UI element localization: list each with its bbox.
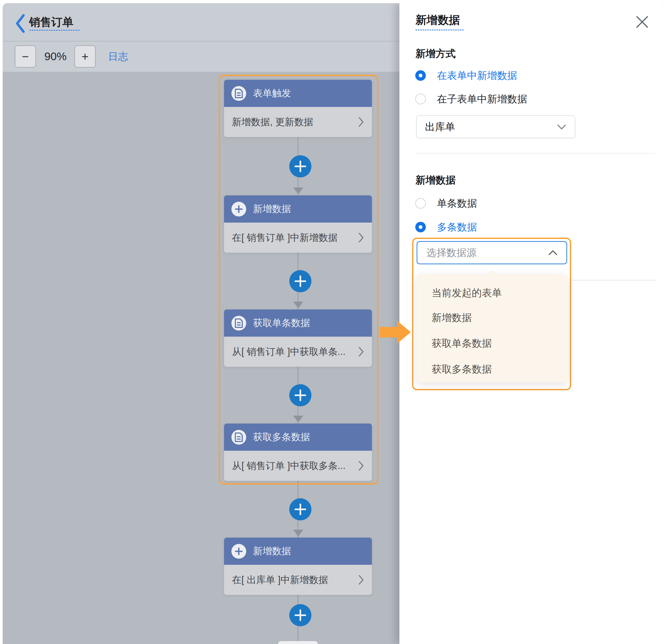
chevron-up-icon: [548, 250, 557, 255]
node-title: 获取单条数据: [253, 317, 310, 330]
node-summary[interactable]: 在[ 销售订单 ]中新增数据: [224, 222, 372, 253]
add-node-button[interactable]: [289, 498, 311, 521]
workflow-canvas[interactable]: 表单触发 新增数据, 更新数据 新增数据: [3, 72, 400, 644]
radio-unselected-icon[interactable]: [415, 94, 426, 104]
add-node-button[interactable]: [289, 155, 311, 178]
chevron-right-icon: [358, 232, 364, 243]
node-title: 表单触发: [253, 87, 291, 100]
zoom-level: 90%: [37, 45, 74, 68]
flow-end-node: [278, 641, 318, 644]
chevron-right-icon: [358, 117, 364, 127]
chevron-right-icon: [358, 346, 364, 357]
dropdown-option-get-multi[interactable]: 获取多条数据: [432, 363, 492, 376]
plus-icon: [231, 544, 246, 559]
node-summary[interactable]: 从[ 销售订单 ]中获取单条...: [224, 337, 372, 367]
form-doc-icon: [231, 86, 246, 101]
add-node-button[interactable]: [289, 384, 311, 406]
node-title: 新增数据: [253, 202, 291, 215]
node-summary[interactable]: 从[ 销售订单 ]中获取多条...: [224, 451, 372, 481]
workflow-workspace: 销售订单 − 90% + 日志: [3, 3, 400, 644]
node-add-data-2[interactable]: 新增数据 在[ 出库单 ]中新增数据: [224, 538, 372, 595]
target-form-select[interactable]: 出库单: [416, 115, 575, 138]
node-subtitle: 从[ 销售订单 ]中获取多条...: [232, 459, 358, 473]
zoom-out-button[interactable]: −: [15, 45, 36, 68]
chevron-right-icon: [358, 575, 364, 585]
section-divider-partial: [571, 280, 655, 280]
node-header: 表单触发: [224, 80, 372, 107]
node-add-data-1[interactable]: 新增数据 在[ 销售订单 ]中新增数据: [224, 195, 372, 253]
log-link[interactable]: 日志: [108, 45, 128, 68]
node-subtitle: 在[ 销售订单 ]中新增数据: [232, 231, 358, 244]
node-header: 新增数据: [224, 538, 372, 565]
chevron-down-icon: [557, 124, 566, 130]
radio-label: 多条数据: [437, 220, 477, 234]
node-subtitle: 从[ 销售订单 ]中获取单条...: [232, 345, 358, 358]
workflow-title-underline: [29, 30, 80, 31]
workflow-title: 销售订单: [29, 15, 74, 30]
node-get-single-data[interactable]: 获取单条数据 从[ 销售订单 ]中获取单条...: [224, 310, 372, 367]
node-header: 新增数据: [224, 195, 372, 222]
node-title: 新增数据: [253, 545, 291, 558]
node-header: 获取单条数据: [224, 310, 372, 337]
select-placeholder: 选择数据源: [426, 246, 548, 260]
data-source-select[interactable]: 选择数据源: [417, 241, 567, 264]
workflow-app: 销售订单 − 90% + 日志: [3, 3, 664, 644]
plus-icon: [231, 202, 246, 216]
close-icon: [635, 15, 649, 29]
add-node-button[interactable]: [289, 604, 311, 626]
radio-option-add-in-subform[interactable]: 在子表单中新增数据: [415, 94, 527, 104]
dropdown-option-current-form[interactable]: 当前发起的表单: [432, 286, 502, 299]
node-subtitle: 在[ 出库单 ]中新增数据: [232, 574, 358, 587]
method-section-label: 新增方式: [416, 47, 456, 61]
connector-arrowhead: [293, 530, 303, 536]
node-form-trigger[interactable]: 表单触发 新增数据, 更新数据: [224, 80, 372, 137]
node-get-multi-data[interactable]: 获取多条数据 从[ 销售订单 ]中获取多条...: [224, 424, 372, 481]
data-source-dropdown: 当前发起的表单 新增数据 获取单条数据 获取多条数据: [417, 274, 568, 382]
radio-selected-icon[interactable]: [415, 70, 426, 81]
add-node-button[interactable]: [289, 270, 311, 292]
close-button[interactable]: [634, 14, 650, 30]
radio-selected-icon[interactable]: [415, 222, 426, 232]
annotation-arrow-icon: [379, 320, 411, 344]
node-subtitle: 新增数据, 更新数据: [232, 116, 358, 129]
data-section-label: 新增数据: [416, 174, 456, 187]
form-doc-icon: [231, 430, 246, 445]
select-value: 出库单: [425, 120, 557, 134]
form-doc-icon: [231, 316, 246, 331]
dropdown-option-get-single[interactable]: 获取单条数据: [432, 337, 492, 350]
radio-unselected-icon[interactable]: [415, 198, 426, 209]
node-header: 获取多条数据: [224, 424, 372, 451]
radio-option-add-in-form[interactable]: 在表单中新增数据: [415, 70, 517, 81]
radio-option-single-record[interactable]: 单条数据: [415, 198, 477, 209]
drawer-title-underline: [416, 30, 463, 30]
radio-label: 单条数据: [437, 197, 477, 210]
canvas-toolbar: − 90% + 日志: [3, 42, 400, 72]
dropdown-option-add-data[interactable]: 新增数据: [432, 311, 472, 324]
radio-label: 在子表单中新增数据: [437, 93, 527, 106]
add-data-drawer: 新增数据 新增方式 在表单中新增数据 在子表单中新增数据 出库单 新增数据: [400, 3, 664, 644]
radio-label: 在表单中新增数据: [437, 69, 517, 82]
back-button[interactable]: [15, 14, 26, 33]
node-summary[interactable]: 在[ 出库单 ]中新增数据: [224, 565, 372, 595]
back-chevron-icon: [15, 14, 26, 33]
drawer-title: 新增数据: [416, 13, 460, 28]
section-divider: [416, 153, 655, 153]
zoom-in-button[interactable]: +: [75, 45, 96, 68]
chevron-right-icon: [358, 461, 364, 471]
node-title: 获取多条数据: [253, 431, 310, 444]
radio-option-multi-record[interactable]: 多条数据: [415, 222, 477, 232]
node-summary[interactable]: 新增数据, 更新数据: [224, 107, 372, 137]
workspace-header: 销售订单: [3, 3, 400, 41]
